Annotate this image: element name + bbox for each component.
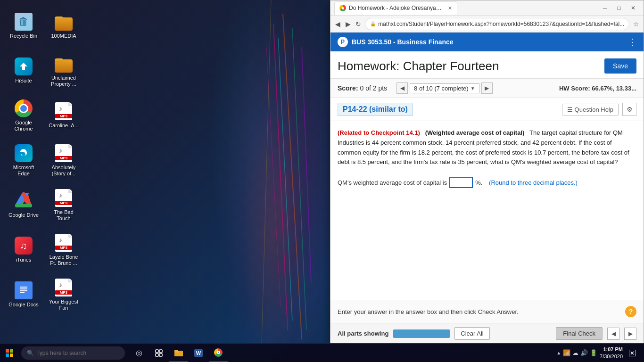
final-check-button[interactable]: Final Check	[556, 327, 603, 340]
back-button[interactable]: ◀	[334, 18, 342, 30]
desktop-icon-layzie-mp3[interactable]: ♪ Layzie Bone Ft. Bruno ...	[45, 229, 83, 271]
svg-rect-26	[6, 354, 9, 357]
taskbar-word-button[interactable]: W	[189, 344, 208, 362]
svg-rect-20	[20, 287, 27, 288]
taskbar-search-input[interactable]	[36, 350, 119, 356]
close-button[interactable]: ✕	[627, 3, 640, 13]
question-text: (Related to Checkpoint 14.1) (Weighted a…	[338, 128, 636, 167]
microsoft-edge-label: Microsoft Edge	[7, 165, 40, 177]
menu-icon[interactable]: ⋮	[628, 37, 636, 47]
bad-touch-mp3-label: The Bad Touch	[47, 209, 80, 222]
prev-question-button[interactable]: ◀	[396, 82, 408, 94]
minimize-button[interactable]: ─	[598, 3, 611, 13]
progress-bar	[393, 329, 450, 338]
nav-controls: ◀ 8 of 10 (7 complete) ▼ ▶	[396, 82, 493, 94]
taskbar-cortana-button[interactable]: ◎	[130, 344, 149, 362]
all-parts-label: All parts showing	[338, 330, 388, 337]
unclaimed-property-icon	[55, 55, 73, 73]
tray-cloud-icon[interactable]: ☁	[572, 349, 578, 356]
desktop-icon-absolutely-mp3[interactable]: ♪ Absolutely (Story of...	[45, 139, 83, 181]
desktop-icon-bad-touch-mp3[interactable]: ♪ The Bad Touch	[45, 184, 83, 226]
browser-content: P BUS 3053.50 - Business Finance ⋮ Homew…	[330, 33, 644, 344]
desktop-icon-hisuite[interactable]: HiSuite	[5, 49, 42, 92]
google-docs-label: Google Docs	[8, 302, 39, 308]
itunes-icon: ♫	[15, 237, 33, 255]
next-question-button[interactable]: ▶	[481, 82, 493, 94]
pearson-logo: P	[338, 37, 348, 47]
svg-rect-21	[20, 288, 27, 289]
absolutely-mp3-icon: ♪	[55, 144, 72, 162]
url-text: mathxl.com/Student/PlayerHomework.aspx?h…	[378, 21, 624, 27]
refresh-button[interactable]: ↻	[355, 18, 363, 30]
svg-rect-22	[20, 290, 27, 291]
desktop-icon-caroline-mp3[interactable]: ♪ Caroline_A...	[45, 94, 83, 137]
layzie-mp3-label: Layzie Bone Ft. Bruno ...	[47, 254, 80, 266]
svg-rect-28	[156, 350, 158, 353]
desktop-icon-100media[interactable]: 100MEDIA	[45, 5, 83, 47]
svg-line-1	[278, 38, 292, 321]
footer-prev-button[interactable]: ◀	[607, 328, 619, 340]
browser-tab[interactable]: Do Homework - Adejoke Oresanya - Google …	[334, 1, 457, 15]
lock-icon: 🔒	[370, 21, 376, 26]
save-button[interactable]: Save	[604, 58, 636, 74]
help-circle-icon[interactable]: ?	[625, 306, 636, 317]
tray-battery-icon[interactable]: 🔋	[590, 349, 597, 356]
question-content: (Related to Checkpoint 14.1) (Weighted a…	[330, 121, 644, 300]
desktop-icon-biggest-fan-mp3[interactable]: ♪ Your Biggest Fan	[45, 273, 83, 316]
tray-volume-icon[interactable]: 🔊	[580, 349, 588, 356]
footer-next-button[interactable]: ▶	[624, 328, 636, 340]
taskbar-chrome-button[interactable]	[209, 344, 228, 362]
tab-close-icon[interactable]: ✕	[448, 5, 452, 11]
forward-button[interactable]: ▶	[345, 18, 352, 30]
answer-input[interactable]	[449, 177, 473, 188]
desktop-icon-unclaimed-property[interactable]: Unclaimed Property ...	[45, 49, 83, 92]
address-bar[interactable]: 🔒 mathxl.com/Student/PlayerHomework.aspx…	[365, 18, 629, 30]
browser-addressbar: ◀ ▶ ↻ 🔒 mathxl.com/Student/PlayerHomewor…	[330, 16, 644, 33]
svg-rect-29	[159, 350, 162, 353]
svg-line-4	[292, 28, 306, 330]
unclaimed-property-label: Unclaimed Property ...	[47, 75, 80, 87]
recycle-bin-icon: 🗑	[15, 13, 33, 31]
hw-score-info: HW Score: 66.67%, 13.33...	[559, 85, 636, 92]
browser-window: Do Homework - Adejoke Oresanya - Google …	[330, 0, 644, 344]
question-id-badge: P14-22 (similar to)	[338, 103, 413, 116]
desktop-icon-google-drive[interactable]: Google Drive	[5, 184, 42, 226]
progress-indicator: 8 of 10 (7 complete) ▼	[410, 83, 479, 93]
desktop-icon-google-docs[interactable]: Google Docs	[5, 273, 42, 316]
svg-rect-34	[174, 350, 178, 352]
taskbar-clock[interactable]: 1:07 PM 7/30/2020	[600, 346, 623, 360]
desktop-icon-recycle-bin[interactable]: 🗑 Recycle Bin	[5, 5, 42, 47]
hw-title-area: Homework: Chapter Fourteen Save	[330, 51, 644, 79]
progress-bar-fill	[393, 329, 450, 338]
clock-date: 7/30/2020	[600, 353, 623, 360]
taskbar-taskview-button[interactable]	[149, 344, 168, 362]
svg-line-5	[262, 0, 271, 344]
progress-dropdown-icon[interactable]: ▼	[471, 86, 475, 91]
desktop-icons: 🗑 Recycle Bin 100MEDIA HiSuite	[0, 0, 87, 321]
taskbar-file-explorer-button[interactable]	[169, 344, 188, 362]
start-button[interactable]	[0, 344, 19, 362]
desktop-icon-google-chrome[interactable]: Google Chrome	[5, 94, 42, 137]
course-title: BUS 3053.50 - Business Finance	[352, 38, 454, 46]
bookmark-button[interactable]: ☆	[632, 18, 640, 30]
clear-all-button[interactable]: Clear All	[454, 327, 489, 340]
desktop-icon-microsoft-edge[interactable]: Microsoft Edge	[5, 139, 42, 181]
tray-network-icon[interactable]: 📶	[563, 349, 570, 356]
notification-button[interactable]	[625, 344, 639, 362]
svg-line-6	[302, 47, 311, 283]
browser-titlebar: Do Homework - Adejoke Oresanya - Google …	[330, 0, 644, 16]
svg-rect-30	[156, 354, 158, 356]
desktop-icon-itunes[interactable]: ♫ iTunes	[5, 229, 42, 271]
question-help-button[interactable]: ☰ Question Help	[562, 104, 619, 115]
svg-rect-25	[10, 349, 13, 353]
system-tray-icons: ▲ 📶 ☁ 🔊 🔋	[556, 349, 597, 356]
answer-area: QM's weighted average cost of capital is…	[338, 177, 636, 188]
maximize-button[interactable]: □	[612, 3, 626, 13]
mathxl-header: P BUS 3053.50 - Business Finance ⋮	[330, 33, 644, 51]
question-tools: ☰ Question Help ⚙	[562, 103, 636, 116]
taskbar-search-bar[interactable]: 🔍	[21, 346, 125, 360]
edge-icon	[15, 144, 33, 162]
tray-up-arrow-icon[interactable]: ▲	[556, 350, 561, 355]
question-settings-button[interactable]: ⚙	[622, 103, 636, 116]
layzie-mp3-icon: ♪	[55, 234, 72, 252]
